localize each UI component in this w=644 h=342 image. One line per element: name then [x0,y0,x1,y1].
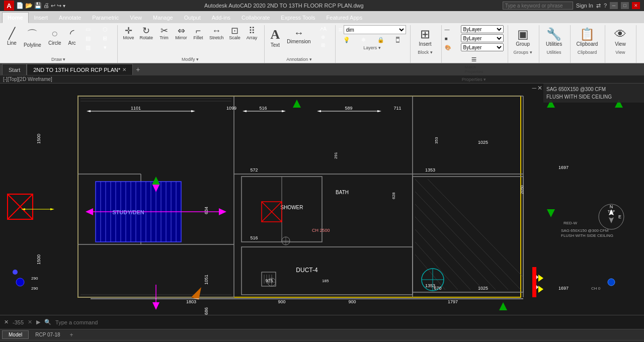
groups-panel: ▣ Group Groups ▾ [509,25,539,63]
annotation-tools: A Text ↔ Dimension ↗A ⊕ ⊞ [268,25,331,56]
drawing-tab-label: 2ND TO 13TH FLOOR RCP PLAN* [33,67,120,73]
tab-addins[interactable]: Add-ins [206,12,236,23]
group-tool[interactable]: ▣ Group [513,25,533,49]
center-mark[interactable]: ⊕ [315,33,331,41]
rotate-tool[interactable]: ↻Rotate [138,25,155,56]
insert-tool[interactable]: ⊞ Insert [416,25,435,49]
clipboard-panel: 📋 Clipboard Clipboard [572,25,606,63]
svg-text:290: 290 [31,286,38,291]
svg-text:1500: 1500 [36,254,41,265]
help-icon[interactable]: ? [604,3,607,9]
svg-text:185: 185 [322,279,329,283]
command-separator: ✕ [28,319,32,325]
stretch-tool[interactable]: ↔Stretch [207,25,226,56]
close-button[interactable]: ✕ [632,2,640,9]
array-tool[interactable]: ⠿Array [244,25,260,56]
polyline-tool[interactable]: ⌒ Polyline [21,25,44,56]
svg-text:N: N [610,204,613,209]
utilities-label: Utilities [547,50,561,56]
exchange-icon[interactable]: ⇄ [596,3,601,9]
tab-insert[interactable]: Insert [29,12,54,23]
plot-icon[interactable]: 🖨 [43,2,49,9]
restore-button[interactable]: □ [621,2,629,9]
minimize-button[interactable]: ─ [610,2,618,9]
table-tool[interactable]: ⊞ [97,34,113,43]
more-tool[interactable]: ▾ [97,43,113,52]
command-search-icon[interactable]: 🔍 [44,319,51,325]
table-annot[interactable]: ⊞ [315,41,331,49]
svg-text:E: E [618,214,621,219]
viewport-close[interactable]: ✕ [537,84,542,92]
tab-annotate[interactable]: Annotate [53,12,87,23]
region-tool[interactable]: ⬡ [97,25,113,34]
clipboard-tool[interactable]: 📋 Clipboard [574,25,601,49]
line-tool[interactable]: ╱ Line [4,25,20,56]
layer-manager-icon[interactable]: ≡ [339,26,343,34]
search-box[interactable] [503,2,573,10]
text-tool[interactable]: A Text [268,25,283,56]
drawing-canvas[interactable]: 1101 1099 516 589 711 1500 1500 290 290 … [0,83,644,315]
fillet-tool[interactable]: ⌐Fillet [190,25,206,56]
undo-icon[interactable]: ↩ [51,3,55,9]
layer-lock[interactable]: 🔒 [373,36,389,44]
svg-point-136 [16,278,24,286]
tab-express[interactable]: Express Tools [275,12,320,23]
svg-text:FLUSH WITH SIDE CEILING: FLUSH WITH SIDE CEILING [561,233,613,238]
tab-collaborate[interactable]: Collaborate [236,12,275,23]
utilities-tool[interactable]: 🔧 Utilities [543,25,565,49]
tab-view[interactable]: View [124,12,147,23]
match-properties-tool[interactable]: ≡ MatchProperties [462,52,486,76]
ribbon-tabs: Home Insert Annotate Parametric View Man… [0,11,644,23]
command-close-icon[interactable]: ✕ [4,319,9,325]
layer-off[interactable]: 💡 [339,36,355,44]
view-tool[interactable]: 👁 View [611,25,629,49]
sign-in-button[interactable]: Sign In [576,3,593,9]
hatch-tool[interactable]: ▤ [80,34,96,43]
new-icon[interactable]: 📄 [16,2,24,9]
trim-tool[interactable]: ✂Trim [156,25,172,56]
new-tab-button[interactable]: + [133,64,143,74]
drawing-tab[interactable]: 2ND TO 13TH FLOOR RCP PLAN* ✕ [27,64,133,75]
arc-tool[interactable]: ◜ Arc [65,25,79,56]
command-input[interactable] [55,319,640,325]
bottom-tabs: Model RCP 07-18 + [0,329,644,340]
save-icon[interactable]: 💾 [34,2,42,9]
new-layout-button[interactable]: + [67,330,76,339]
linetype-select[interactable]: ByLayer [461,25,504,33]
gradient-tool[interactable]: ▥ [80,43,96,52]
layout-tab-rcp-label: RCP 07-18 [35,332,60,337]
svg-text:290: 290 [31,276,38,281]
close-tab-icon[interactable]: ✕ [122,67,126,72]
move-tool[interactable]: ✛Move [121,25,137,56]
properties-label: Properties ▾ [462,77,487,83]
color-select[interactable]: ByLayer [461,43,504,51]
layout-tab-rcp[interactable]: RCP 07-18 [29,330,66,339]
open-icon[interactable]: 📂 [25,2,33,9]
layer-color[interactable]: ■ [390,36,406,44]
tab-manage[interactable]: Manage [147,12,179,23]
svg-text:353: 353 [434,137,439,144]
dimension-tool[interactable]: ↔ Dimension [284,25,313,56]
layer-select[interactable]: dim [344,25,406,34]
mleader-tool[interactable]: ↗A [315,25,331,33]
tab-featured[interactable]: Featured Apps [321,12,368,23]
viewport-minus[interactable]: ─ [532,84,536,92]
model-tab[interactable]: Model [2,330,29,339]
mirror-tool[interactable]: ⇔Mirror [173,25,189,56]
svg-text:670: 670 [434,286,441,291]
svg-text:2050: 2050 [520,185,524,194]
svg-text:1500: 1500 [36,134,41,144]
layer-freeze[interactable]: ❄ [356,36,372,44]
rect-tool[interactable]: ▭ [80,25,96,34]
tab-home[interactable]: Home [2,12,29,23]
draw-label: Draw ▾ [51,57,66,63]
start-tab[interactable]: Start [2,64,27,75]
lineweight-select[interactable]: ByLayer [461,34,504,42]
redo-icon[interactable]: ↪ [57,3,61,9]
layers-label: Layers ▾ [363,45,381,51]
tab-output[interactable]: Output [179,12,206,23]
view-label: View [615,50,625,56]
circle-tool[interactable]: ○ N Circle [45,25,64,56]
tab-parametric[interactable]: Parametric [87,12,124,23]
scale-tool[interactable]: ⊡Scale [227,25,243,56]
